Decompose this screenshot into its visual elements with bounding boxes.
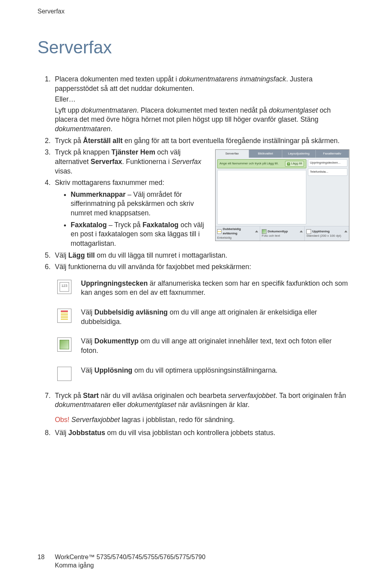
shot-add-button[interactable]: +Lägg till xyxy=(285,161,304,167)
step-4-intro: Skriv mottagarens faxnummer med: xyxy=(55,179,164,187)
step-7-a: Tryck på xyxy=(55,392,83,400)
duplex-icon xyxy=(217,229,221,234)
step-3: Serverfax Bildkvalitet Layoutjustering F… xyxy=(53,148,349,176)
f-doc-bold: Dokumenttyp xyxy=(94,337,139,345)
f-dup-a: Välj xyxy=(81,308,94,316)
step-7-note: Obs! Serverfaxjobbet lagras i jobblistan… xyxy=(55,415,349,425)
footer-product-name: WorkCentre™ 5735/5740/5745/5755/5765/577… xyxy=(55,553,205,562)
step-5-c: om du vill lägga till numret i mottagarl… xyxy=(95,251,227,259)
feature-doctype: Välj Dokumenttyp om du vill ange att ori… xyxy=(57,337,349,355)
steps-list: Placera dokumenten med texten uppåt i do… xyxy=(38,75,349,272)
step-7-c: när du vill avläsa originalen och bearbe… xyxy=(99,392,228,400)
chevron-up-icon xyxy=(344,230,347,232)
duplex-icon xyxy=(57,309,71,323)
shot-add-label: Lägg till xyxy=(291,162,302,166)
feature-duplex: Välj Dubbelsidig avläsning om du vill an… xyxy=(57,308,349,326)
step-3-e: . Funktionerna i xyxy=(122,158,171,166)
note-italic: Serverfaxjobbet xyxy=(71,416,120,424)
shot-opt-resolution[interactable]: Upplösning Standard (200 x 100 dpi) xyxy=(305,226,349,241)
page-footer: 18 WorkCentre™ 5735/5740/5745/5755/5765/… xyxy=(38,553,349,570)
page-title: Serverfax xyxy=(38,36,349,59)
step-1: Placera dokumenten med texten uppåt i do… xyxy=(53,75,349,134)
step-2-c: en gång för att ta bort eventuella föreg… xyxy=(123,137,340,145)
doctype-icon xyxy=(262,229,266,234)
step-2-a: Tryck på xyxy=(55,137,83,145)
step-6-text: Välj funktionerna du vill använda för fa… xyxy=(55,263,251,271)
step-7-g: eller xyxy=(111,401,128,409)
shot-hint-text: Ange ett faxnummer och tryck på Lägg til… xyxy=(220,162,278,166)
step-7-f: dokumentmataren xyxy=(55,401,111,409)
step-5: Välj Lägg till om du vill lägga till num… xyxy=(53,251,349,260)
f-dial-bold: Uppringningstecken xyxy=(81,279,148,287)
feature-resolution-text: Välj Upplösning om du vill optimera uppl… xyxy=(81,366,349,375)
note-label: Obs! xyxy=(55,416,69,424)
running-header: Serverfax xyxy=(38,7,349,16)
shot-tab-layout[interactable]: Layoutjustering xyxy=(282,150,316,158)
step-8-a: Välj xyxy=(55,429,68,437)
shot-opt-doctype[interactable]: Dokumenttyp Foto och text xyxy=(260,226,305,241)
feature-duplex-text: Välj Dubbelsidig avläsning om du vill an… xyxy=(81,308,349,326)
step-7: Tryck på Start när du vill avläsa origin… xyxy=(53,391,349,425)
shot-opt-duplex[interactable]: Dubbelsidig avläsning Enkelsidig xyxy=(216,226,260,241)
shot-recipient-list[interactable] xyxy=(217,170,306,224)
step-8: Välj Jobbstatus om du vill visa jobblist… xyxy=(53,428,349,438)
shot-b2-title: Dokumenttyp xyxy=(268,230,288,234)
step-7-d: serverfaxjobbet xyxy=(228,392,276,400)
feature-dialchars: Uppringningstecken är alfanumeriska teck… xyxy=(57,279,349,298)
step-1-italic-1: dokumentmatarens inmatningsfack xyxy=(179,75,286,83)
f-doc-a: Välj xyxy=(81,337,94,345)
step-6: Välj funktionerna du vill använda för fa… xyxy=(53,262,349,272)
steps-list-cont: Tryck på Start när du vill avläsa origin… xyxy=(38,391,349,438)
shot-b1-value: Enkelsidig xyxy=(217,236,258,240)
shot-b3-title: Upplösning xyxy=(312,230,330,234)
step-3-d: Serverfax xyxy=(90,158,122,166)
feature-dialchars-text: Uppringningstecken är alfanumeriska teck… xyxy=(81,279,349,298)
step-2: Tryck på Återställ allt en gång för att … xyxy=(53,136,349,146)
step-1b-i1: dokumentmataren xyxy=(81,106,137,114)
step-4-b2-bold2: Faxkatalog xyxy=(143,221,178,229)
footer-product-sub: Komma igång xyxy=(55,561,205,570)
step-1-text-a: Placera dokumenten med texten uppåt i xyxy=(55,75,179,83)
resolution-icon xyxy=(57,367,71,381)
chevron-up-icon xyxy=(300,230,303,232)
f-dup-bold: Dubbelsidig avläsning xyxy=(94,308,168,316)
step-7-i: när avläsningen är klar. xyxy=(176,401,250,409)
step-7-e: . Ta bort originalen från xyxy=(276,392,346,400)
doctype-icon xyxy=(57,337,71,352)
shot-b3-value: Standard (200 x 100 dpi) xyxy=(306,234,347,238)
shot-hintbar: Ange ett faxnummer och tryck på Lägg til… xyxy=(217,159,306,168)
step-8-bold: Jobbstatus xyxy=(68,429,105,437)
shot-tab-serverfax[interactable]: Serverfax xyxy=(216,150,249,158)
step-3-f: Serverfax xyxy=(172,158,201,166)
step-4-b1-bold: Nummerknappar xyxy=(71,190,126,198)
shot-dialchars-button[interactable]: Uppringningstecken... xyxy=(308,159,347,167)
dialchars-icon xyxy=(57,280,71,294)
step-4-b2-a: – Tryck på xyxy=(107,221,142,229)
resolution-icon xyxy=(306,229,311,234)
f-res-a: Välj xyxy=(81,366,94,374)
step-5-a: Välj xyxy=(55,251,68,259)
step-7-bold: Start xyxy=(83,392,99,400)
footer-product: WorkCentre™ 5735/5740/5745/5755/5765/577… xyxy=(55,553,205,570)
feature-doctype-text: Välj Dokumenttyp om du vill ange att ori… xyxy=(81,337,349,355)
step-5-bold: Lägg till xyxy=(68,251,95,259)
shot-tab-bildkvalitet[interactable]: Bildkvalitet xyxy=(249,150,283,158)
footer-page-number: 18 xyxy=(38,553,45,562)
step-3-b: Tjänster Hem xyxy=(111,148,155,156)
shot-tabs: Serverfax Bildkvalitet Layoutjustering F… xyxy=(216,150,349,158)
step-7-h: dokumentglaset xyxy=(128,401,176,409)
step-1-or: Eller… xyxy=(55,95,349,104)
step-3-g: visas. xyxy=(55,167,73,175)
step-2-bold: Återställ allt xyxy=(83,137,122,145)
step-1b-b: . Placera dokumentet med texten nedåt på xyxy=(137,106,269,114)
shot-b1-title: Dubbelsidig avläsning xyxy=(223,227,254,236)
shot-bottom-options: Dubbelsidig avläsning Enkelsidig Dokumen… xyxy=(216,226,349,241)
shot-tab-faxalt[interactable]: Faxalternativ xyxy=(316,150,349,158)
step-3-a: Tryck på knappen xyxy=(55,148,111,156)
step-1b-i3: dokumentmataren xyxy=(55,125,111,133)
shot-phonelist-button[interactable]: Telefonlista... xyxy=(308,168,347,176)
feature-resolution: Välj Upplösning om du vill optimera uppl… xyxy=(57,366,349,381)
plus-icon: + xyxy=(287,162,290,166)
step-1b-a: Lyft upp xyxy=(55,106,81,114)
step-1b-i2: dokumentglaset xyxy=(269,106,318,114)
